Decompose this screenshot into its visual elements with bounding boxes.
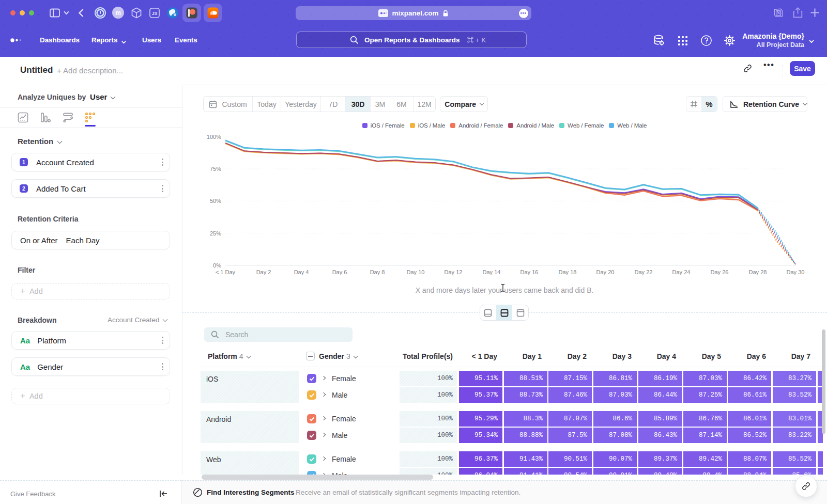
svg-text:0%: 0%: [213, 262, 221, 269]
svg-text:Day 2: Day 2: [256, 269, 271, 275]
svg-text:< 1 Day: < 1 Day: [216, 269, 236, 275]
svg-text:Day 14: Day 14: [483, 269, 501, 275]
svg-text:75%: 75%: [210, 166, 221, 172]
svg-text:N: N: [777, 11, 780, 15]
svg-text:Day 16: Day 16: [520, 269, 539, 275]
svg-text:Day 18: Day 18: [559, 269, 577, 275]
svg-text:Day 22: Day 22: [635, 269, 653, 275]
svg-text:Day 26: Day 26: [711, 269, 729, 275]
svg-text:50%: 50%: [210, 198, 221, 204]
svg-text:100%: 100%: [207, 134, 221, 140]
svg-text:Day 28: Day 28: [749, 269, 767, 275]
svg-text:Day 24: Day 24: [672, 269, 691, 275]
svg-text:JS: JS: [152, 11, 158, 16]
svg-text:Day 20: Day 20: [596, 269, 615, 275]
svg-text:Day 10: Day 10: [407, 269, 425, 275]
svg-text:Day 12: Day 12: [445, 269, 463, 275]
svg-text:Day 6: Day 6: [332, 269, 347, 275]
svg-text:25%: 25%: [210, 230, 221, 237]
svg-text:Day 30: Day 30: [787, 269, 805, 275]
svg-text:Day 8: Day 8: [370, 269, 385, 275]
svg-text:Day 4: Day 4: [294, 269, 309, 275]
